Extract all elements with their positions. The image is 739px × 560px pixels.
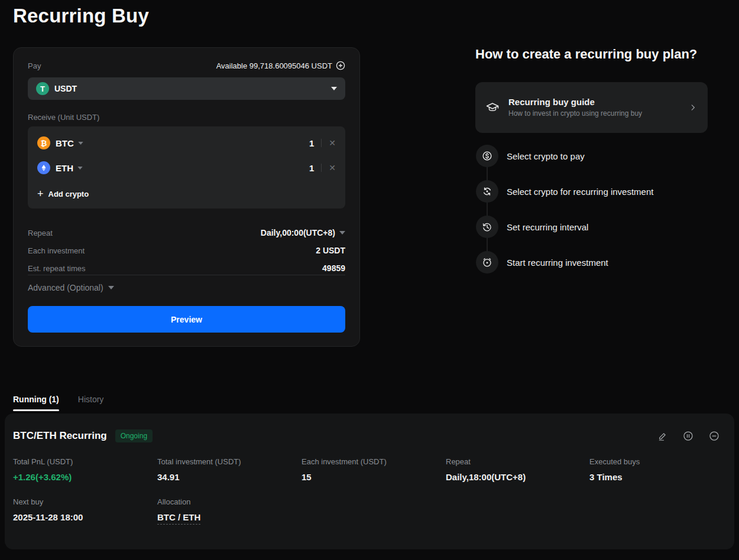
est-repeat-label: Est. repeat times bbox=[28, 264, 86, 273]
recurring-buy-page: Recurring Buy Pay Available 99,718.60095… bbox=[0, 0, 739, 560]
stat-label: Allocation bbox=[157, 497, 302, 506]
btc-weight-input[interactable]: 1 bbox=[309, 138, 314, 148]
receive-row-btc: ₿ BTC 1 ✕ bbox=[37, 134, 336, 152]
chevron-down-icon[interactable] bbox=[77, 167, 83, 170]
pay-currency-value: USDT bbox=[54, 84, 326, 93]
stat-value: 2025-11-28 18:00 bbox=[13, 512, 157, 522]
stat-label: Repeat bbox=[446, 457, 589, 466]
repeat-label: Repeat bbox=[28, 229, 53, 237]
chevron-down-icon bbox=[331, 87, 337, 90]
stat-label: Total investment (USDT) bbox=[157, 457, 302, 466]
guide-heading: How to create a recurring buy plan? bbox=[475, 47, 730, 62]
guide-card-text: Recurring buy guide How to invest in cry… bbox=[508, 97, 680, 118]
each-investment-value[interactable]: 2 USDT bbox=[316, 246, 345, 255]
stat-label: Executed buys bbox=[589, 457, 726, 466]
advanced-label: Advanced (Optional) bbox=[28, 283, 103, 292]
stat-each-investment: Each investment (USDT) 15 bbox=[302, 457, 446, 482]
repeat-select[interactable]: Daily,00:00(UTC+8) bbox=[261, 228, 345, 237]
step-label: Select crypto for recurring investment bbox=[507, 187, 653, 197]
stat-label: Next buy bbox=[13, 497, 157, 506]
eth-icon bbox=[37, 161, 50, 174]
step-label: Start recurring investment bbox=[507, 258, 608, 268]
remove-btc-icon[interactable]: ✕ bbox=[329, 139, 336, 147]
steps-connector-line bbox=[487, 156, 488, 262]
page-title: Recurring Buy bbox=[13, 5, 149, 27]
recurring-buy-form-card: Pay Available 99,718.60095046 USDT T USD… bbox=[13, 47, 360, 347]
timer-icon bbox=[476, 251, 498, 274]
pay-currency-select[interactable]: T USDT bbox=[28, 77, 345, 100]
row-divider bbox=[321, 139, 322, 147]
stat-next-buy: Next buy 2025-11-28 18:00 bbox=[13, 497, 157, 522]
section-divider bbox=[28, 275, 345, 275]
receive-panel: ₿ BTC 1 ✕ ETH 1 bbox=[28, 126, 345, 209]
interval-clock-icon bbox=[476, 216, 498, 238]
plan-actions bbox=[657, 430, 720, 442]
row-divider bbox=[321, 164, 322, 172]
stat-repeat: Repeat Daily,18:00(UTC+8) bbox=[446, 457, 589, 482]
eth-weight-input[interactable]: 1 bbox=[309, 163, 314, 173]
status-badge: Ongoing bbox=[115, 429, 153, 442]
usdt-icon: T bbox=[36, 82, 49, 95]
stat-value: +1.26(+3.62%) bbox=[13, 472, 157, 482]
stat-value: Daily,18:00(UTC+8) bbox=[446, 472, 589, 482]
step-select-crypto-to-pay: Select crypto to pay bbox=[476, 145, 585, 167]
step-label: Set recurring interval bbox=[507, 222, 588, 232]
plans-tabs: Running (1) History bbox=[13, 395, 103, 411]
dollar-circle-icon bbox=[476, 145, 498, 167]
available-balance-text: Available 99,718.60095046 USDT bbox=[216, 61, 332, 70]
preview-button[interactable]: Preview bbox=[28, 306, 345, 333]
eth-coin-selector[interactable]: ETH bbox=[56, 163, 73, 173]
tab-history[interactable]: History bbox=[78, 395, 104, 411]
running-plan-card: BTC/ETH Recurring Ongoing bbox=[5, 414, 734, 549]
chevron-right-icon bbox=[689, 103, 697, 112]
stop-plan-icon[interactable] bbox=[708, 430, 720, 442]
pay-label: Pay bbox=[28, 61, 41, 70]
est-repeat-row: Est. repeat times 49859 bbox=[28, 262, 345, 274]
plan-title: BTC/ETH Recurring bbox=[13, 430, 107, 442]
plan-stats-grid: Total PnL (USDT) +1.26(+3.62%) Total inv… bbox=[13, 457, 726, 522]
stat-value: 34.91 bbox=[157, 472, 302, 482]
tab-running[interactable]: Running (1) bbox=[13, 395, 59, 411]
pay-row: Pay Available 99,718.60095046 USDT bbox=[28, 61, 345, 70]
plan-card-header: BTC/ETH Recurring Ongoing bbox=[13, 428, 720, 444]
allocation-value[interactable]: BTC / ETH bbox=[157, 512, 200, 525]
stat-label: Each investment (USDT) bbox=[302, 457, 446, 466]
stat-label: Total PnL (USDT) bbox=[13, 457, 157, 466]
stat-total-pnl: Total PnL (USDT) +1.26(+3.62%) bbox=[13, 457, 157, 482]
step-select-crypto-for-investment: Select crypto for recurring investment bbox=[476, 180, 653, 203]
stat-value: 15 bbox=[302, 472, 446, 482]
stat-total-investment: Total investment (USDT) 34.91 bbox=[157, 457, 302, 482]
recurring-buy-guide-card[interactable]: Recurring buy guide How to invest in cry… bbox=[475, 82, 708, 133]
stat-allocation: Allocation BTC / ETH bbox=[157, 497, 302, 522]
step-label: Select crypto to pay bbox=[507, 151, 585, 161]
guide-card-title: Recurring buy guide bbox=[508, 97, 680, 107]
repeat-row: Repeat Daily,00:00(UTC+8) bbox=[28, 227, 345, 239]
repeat-value: Daily,00:00(UTC+8) bbox=[261, 228, 335, 237]
chevron-down-icon[interactable] bbox=[78, 142, 83, 145]
add-crypto-button[interactable]: + Add crypto bbox=[37, 188, 89, 199]
graduation-cap-icon bbox=[485, 100, 500, 115]
stat-value[interactable]: BTC / ETH bbox=[157, 512, 302, 522]
est-repeat-value: 49859 bbox=[322, 263, 345, 273]
receive-row-eth: ETH 1 ✕ bbox=[37, 159, 336, 177]
btc-icon: ₿ bbox=[37, 136, 50, 149]
plus-icon: + bbox=[37, 188, 44, 199]
guide-card-subtitle: How to invest in crypto using recurring … bbox=[508, 109, 656, 118]
remove-eth-icon[interactable]: ✕ bbox=[329, 164, 336, 172]
advanced-toggle[interactable]: Advanced (Optional) bbox=[28, 283, 114, 292]
pause-plan-icon[interactable] bbox=[682, 430, 694, 442]
stat-value: 3 Times bbox=[589, 472, 726, 482]
edit-plan-icon[interactable] bbox=[657, 431, 668, 442]
step-start-recurring-investment: Start recurring investment bbox=[476, 251, 608, 274]
each-investment-row: Each investment 2 USDT bbox=[28, 245, 345, 256]
available-balance: Available 99,718.60095046 USDT bbox=[216, 61, 345, 70]
receive-label: Receive (Unit USDT) bbox=[28, 113, 99, 122]
chevron-down-icon bbox=[108, 286, 114, 289]
recurring-cycle-icon bbox=[476, 180, 498, 203]
stat-executed-buys: Executed buys 3 Times bbox=[589, 457, 726, 482]
step-set-recurring-interval: Set recurring interval bbox=[476, 216, 588, 238]
deposit-plus-icon[interactable] bbox=[336, 61, 345, 70]
add-crypto-label: Add crypto bbox=[48, 190, 89, 198]
each-investment-label: Each investment bbox=[28, 246, 85, 255]
btc-coin-selector[interactable]: BTC bbox=[56, 138, 74, 148]
